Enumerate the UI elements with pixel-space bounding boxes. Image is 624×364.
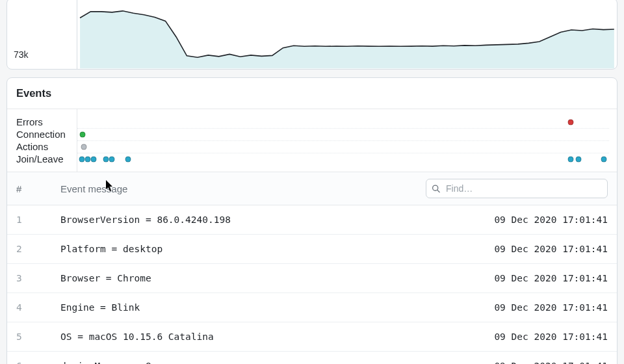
row-index: 6 — [16, 361, 60, 364]
row-index: 5 — [16, 332, 60, 342]
lane-label-actions: Actions — [16, 140, 77, 153]
event-table-header: # Event message — [7, 172, 617, 205]
event-dot[interactable] — [91, 157, 97, 162]
col-header-index: # — [16, 183, 60, 194]
event-dot[interactable] — [85, 157, 91, 162]
event-rows: 1BrowserVersion = 86.0.4240.19809 Dec 20… — [7, 205, 617, 364]
table-row[interactable]: 5OS = macOS 10.15.6 Catalina09 Dec 2020 … — [7, 322, 617, 352]
svg-line-1 — [437, 190, 439, 192]
chart-y-tick: 73k — [7, 0, 77, 69]
event-dot[interactable] — [575, 157, 581, 162]
lane-label-connection: Connection — [16, 128, 77, 140]
event-dot[interactable] — [80, 132, 86, 138]
row-message: Browser = Chrome — [60, 273, 494, 283]
chart-line — [77, 0, 617, 71]
event-dot[interactable] — [125, 157, 131, 162]
table-row[interactable]: 4Engine = Blink09 Dec 2020 17:01:41 — [7, 293, 617, 322]
find-field-wrapper — [426, 179, 608, 198]
find-input[interactable] — [426, 179, 608, 198]
table-row[interactable]: 3Browser = Chrome09 Dec 2020 17:01:41 — [7, 264, 617, 293]
track-join-leave[interactable] — [77, 153, 609, 165]
event-dot[interactable] — [601, 157, 606, 162]
row-index: 1 — [16, 214, 60, 225]
track-errors[interactable] — [77, 116, 609, 128]
event-dot[interactable] — [109, 157, 115, 162]
lane-labels: Errors Connection Actions Join/Leave — [7, 109, 77, 172]
row-message: BrowserVersion = 86.0.4240.198 — [60, 214, 494, 225]
event-dot[interactable] — [79, 157, 84, 162]
lane-tracks[interactable] — [77, 109, 617, 172]
metrics-chart-panel: 73k — [6, 0, 618, 70]
row-timestamp: 09 Dec 2020 17:01:41 — [494, 332, 608, 342]
row-timestamp: 09 Dec 2020 17:01:41 — [494, 273, 608, 283]
lane-label-errors: Errors — [16, 116, 77, 128]
event-dot[interactable] — [568, 157, 574, 162]
table-row[interactable]: 6deviceMemory = 809 Dec 2020 17:01:41 — [7, 352, 617, 364]
row-message: OS = macOS 10.15.6 Catalina — [60, 332, 494, 342]
events-heading: Events — [7, 78, 617, 109]
event-dot[interactable] — [568, 119, 574, 125]
lane-label-joinleave: Join/Leave — [16, 153, 77, 165]
search-icon — [432, 185, 440, 193]
event-lanes: Errors Connection Actions Join/Leave — [7, 109, 617, 172]
row-timestamp: 09 Dec 2020 17:01:41 — [494, 361, 608, 364]
table-row[interactable]: 1BrowserVersion = 86.0.4240.19809 Dec 20… — [7, 205, 617, 235]
row-message: deviceMemory = 8 — [60, 361, 494, 364]
row-timestamp: 09 Dec 2020 17:01:41 — [494, 214, 608, 225]
event-dot[interactable] — [103, 157, 109, 162]
row-message: Engine = Blink — [60, 302, 494, 313]
row-timestamp: 09 Dec 2020 17:01:41 — [494, 302, 608, 313]
track-actions[interactable] — [77, 140, 609, 153]
row-timestamp: 09 Dec 2020 17:01:41 — [494, 244, 608, 254]
table-row[interactable]: 2Platform = desktop09 Dec 2020 17:01:41 — [7, 235, 617, 264]
track-connection[interactable] — [77, 128, 609, 140]
row-index: 3 — [16, 273, 60, 283]
chart-plot-area[interactable] — [77, 0, 617, 69]
events-panel: Events Errors Connection Actions Join/Le… — [6, 77, 618, 364]
event-dot[interactable] — [81, 144, 86, 150]
row-message: Platform = desktop — [60, 244, 494, 254]
row-index: 4 — [16, 302, 60, 313]
row-index: 2 — [16, 244, 60, 254]
col-header-message: Event message — [60, 183, 426, 194]
